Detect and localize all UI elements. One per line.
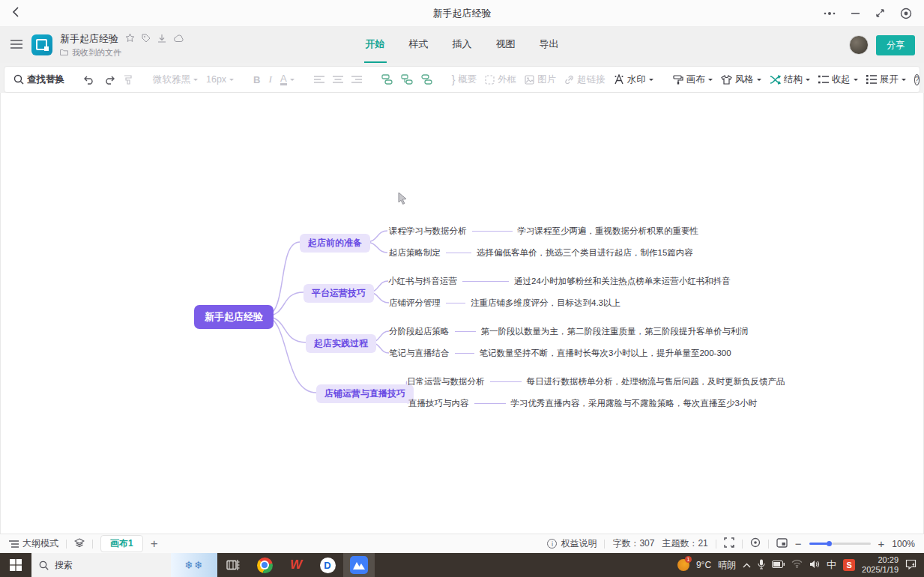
mindmap-canvas[interactable]: 新手起店经验 起店前的准备 平台运营技巧 起店实践过程 店铺运营与直播技巧 课程… — [0, 93, 924, 534]
collapse-button[interactable]: 收起 — [818, 73, 858, 86]
hamburger-menu-icon[interactable] — [10, 38, 22, 52]
undo-button[interactable] — [84, 75, 95, 85]
structure-button[interactable]: 结构 — [770, 73, 810, 86]
battery-icon[interactable] — [772, 560, 785, 570]
taskbar-app-chrome[interactable] — [249, 553, 280, 577]
tab-style[interactable]: 样式 — [408, 27, 430, 63]
child-node-label[interactable]: 日常运营与数据分析 — [407, 376, 485, 387]
tab-view[interactable]: 视图 — [495, 27, 517, 63]
tag-icon[interactable] — [142, 32, 151, 46]
find-replace-button[interactable]: 查找替换 — [13, 73, 64, 86]
branch-node-preparation[interactable]: 起店前的准备 — [300, 234, 370, 253]
branch-node-store-live[interactable]: 店铺运营与直播技巧 — [316, 384, 414, 403]
outline-mode-button[interactable]: 大纲模式 — [9, 537, 58, 550]
branch-node-practice[interactable]: 起店实践过程 — [306, 334, 376, 353]
child-node-detail[interactable]: 学习优秀直播内容，采用露脸与不露脸策略，每次直播至少3小时 — [511, 398, 757, 409]
info-icon: i — [547, 539, 557, 549]
mindmap-root-node[interactable]: 新手起店经验 — [194, 305, 274, 329]
insert-topic-button[interactable] — [381, 74, 393, 85]
ime-indicator[interactable]: 中 — [827, 558, 836, 572]
child-node-detail[interactable]: 每日进行数据榜单分析，处理物流与售后问题，及时更新负反馈产品 — [527, 376, 785, 387]
taskbar-app-wps[interactable]: W — [280, 553, 312, 577]
layers-icon[interactable] — [74, 538, 85, 550]
child-node-label[interactable]: 店铺评分管理 — [389, 297, 441, 309]
child-node-detail[interactable]: 学习课程至少两遍，重视数据分析积累的重要性 — [518, 226, 699, 237]
format-painter-button[interactable] — [123, 74, 133, 85]
tray-weather-desc[interactable]: 晴朗 — [718, 559, 736, 572]
align-left-button[interactable] — [314, 76, 324, 84]
align-center-button[interactable] — [333, 76, 343, 84]
summary-button[interactable]: }概要 — [452, 73, 477, 86]
minimap-icon[interactable] — [776, 538, 788, 550]
insert-subtopic-button[interactable] — [401, 74, 413, 85]
italic-button[interactable]: I — [269, 73, 273, 85]
help-icon[interactable]: ? — [914, 74, 920, 85]
child-node-label[interactable]: 小红书与抖音运营 — [388, 276, 457, 287]
child-node-detail[interactable]: 选择偏低客单价，挑选三个类目进行起店，制作15篇内容 — [477, 247, 693, 259]
download-icon[interactable] — [157, 32, 166, 46]
align-right-button[interactable] — [351, 76, 362, 84]
insert-sibling-button[interactable] — [421, 74, 432, 85]
child-node-detail[interactable]: 笔记数量坚持不断，直播时长每次3小时以上，提升单量至200-300 — [480, 348, 731, 359]
redo-button[interactable] — [103, 75, 115, 85]
tab-export[interactable]: 导出 — [538, 27, 561, 63]
tray-expand-icon[interactable] — [743, 560, 751, 570]
wifi-icon[interactable] — [791, 560, 803, 570]
zoom-out-button[interactable]: − — [795, 540, 802, 548]
child-node-detail[interactable]: 通过24小时加够粉丝和关注热点榜单来运营小红书和抖音 — [514, 276, 731, 287]
frame-button[interactable]: 外框 — [485, 73, 516, 86]
image-button[interactable]: 图片 — [525, 73, 556, 86]
add-canvas-button[interactable]: + — [151, 540, 158, 548]
rights-info-button[interactable]: i 权益说明 — [547, 537, 597, 550]
star-icon[interactable] — [125, 32, 135, 46]
zoom-in-button[interactable]: + — [878, 540, 885, 548]
hyperlink-button[interactable]: 超链接 — [564, 73, 606, 86]
child-node-label[interactable]: 课程学习与数据分析 — [389, 226, 467, 237]
child-node-detail[interactable]: 注重店铺多维度评分，目标达到4.3以上 — [471, 297, 620, 309]
child-node-label[interactable]: 分阶段起店策略 — [389, 326, 450, 337]
app-logo-icon[interactable] — [31, 34, 52, 55]
microphone-icon[interactable] — [758, 559, 765, 572]
minimize-icon[interactable] — [851, 8, 860, 18]
sogou-ime-icon[interactable]: S — [843, 559, 855, 571]
zoom-slider[interactable] — [809, 541, 871, 546]
start-button[interactable] — [0, 553, 31, 577]
clock[interactable]: 20:29 2025/1/19 — [862, 555, 899, 575]
more-menu-icon[interactable] — [824, 11, 836, 16]
notification-icon[interactable] — [905, 559, 917, 572]
child-node-label[interactable]: 起店策略制定 — [389, 247, 441, 259]
document-title[interactable]: 新手起店经验 — [60, 32, 118, 46]
expand-button[interactable]: 展开 — [866, 73, 906, 86]
locate-center-icon[interactable] — [750, 537, 761, 550]
branch-node-platform-ops[interactable]: 平台运营技巧 — [304, 284, 374, 303]
watermark-button[interactable]: 水印 — [614, 73, 653, 86]
task-view-button[interactable] — [217, 553, 249, 577]
child-node-label[interactable]: 笔记与直播结合 — [389, 348, 450, 359]
tab-start[interactable]: 开始 — [364, 27, 387, 63]
bold-button[interactable]: B — [253, 74, 260, 85]
volume-icon[interactable] — [809, 560, 820, 571]
taskbar-app-browser[interactable]: D — [312, 553, 343, 577]
cloud-sync-icon[interactable] — [173, 32, 184, 46]
weather-tray-icon[interactable] — [677, 559, 689, 571]
maximize-icon[interactable] — [875, 8, 885, 18]
user-avatar[interactable] — [849, 35, 869, 55]
taskbar-search-input[interactable]: 搜索 — [31, 553, 171, 577]
tray-temperature[interactable]: 9°C — [696, 560, 711, 570]
fullscreen-icon[interactable] — [724, 537, 734, 550]
font-size-select[interactable]: 16px — [206, 74, 234, 85]
weather-widget[interactable]: ❄❄ — [171, 553, 217, 577]
tab-insert[interactable]: 插入 — [451, 27, 474, 63]
folder-icon — [60, 48, 68, 57]
style-button[interactable]: 风格 — [721, 73, 761, 86]
child-node-label[interactable]: 直播技巧与内容 — [408, 398, 469, 409]
taskbar-app-mindmap[interactable] — [343, 553, 375, 577]
breadcrumb-folder[interactable]: 我收到的文件 — [72, 47, 121, 58]
canvas-button[interactable]: 画布 — [673, 73, 713, 86]
child-node-detail[interactable]: 第一阶段以数量为主，第二阶段注重质量，第三阶段提升客单价与利润 — [481, 326, 749, 337]
close-circle-icon[interactable] — [900, 7, 912, 19]
font-color-button[interactable]: A — [280, 74, 295, 85]
font-family-select[interactable]: 微软雅黑 — [153, 73, 198, 86]
canvas-tab-1[interactable]: 画布1 — [100, 535, 143, 552]
share-button[interactable]: 分享 — [876, 35, 915, 55]
